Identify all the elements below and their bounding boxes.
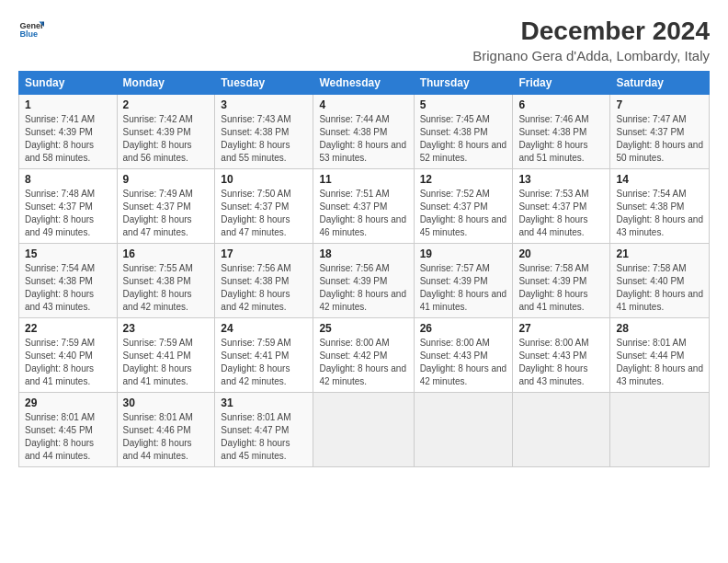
day-info: Sunrise: 7:58 AM Sunset: 4:40 PM Dayligh… — [616, 262, 703, 314]
calendar-cell: 25Sunrise: 8:00 AM Sunset: 4:42 PM Dayli… — [313, 318, 414, 393]
day-info: Sunrise: 7:57 AM Sunset: 4:39 PM Dayligh… — [420, 262, 507, 314]
calendar-table: Sunday Monday Tuesday Wednesday Thursday… — [18, 71, 710, 467]
calendar-cell — [313, 393, 414, 467]
page: General Blue December 2024 Brignano Gera… — [0, 0, 728, 563]
calendar-cell: 15Sunrise: 7:54 AM Sunset: 4:38 PM Dayli… — [19, 244, 118, 318]
day-info: Sunrise: 7:59 AM Sunset: 4:41 PM Dayligh… — [123, 337, 210, 388]
day-info: Sunrise: 8:00 AM Sunset: 4:42 PM Dayligh… — [319, 337, 407, 388]
calendar-cell — [513, 393, 610, 467]
day-number: 14 — [616, 173, 703, 186]
day-number: 6 — [518, 98, 604, 111]
calendar-cell: 24Sunrise: 7:59 AM Sunset: 4:41 PM Dayli… — [215, 318, 313, 393]
calendar-cell: 19Sunrise: 7:57 AM Sunset: 4:39 PM Dayli… — [414, 244, 513, 318]
calendar-cell: 3Sunrise: 7:43 AM Sunset: 4:38 PM Daylig… — [215, 95, 313, 169]
calendar-cell: 31Sunrise: 8:01 AM Sunset: 4:47 PM Dayli… — [215, 393, 313, 467]
logo-icon: General Blue — [18, 17, 44, 42]
day-info: Sunrise: 8:01 AM Sunset: 4:46 PM Dayligh… — [123, 411, 210, 463]
day-number: 29 — [25, 396, 111, 409]
calendar-cell: 27Sunrise: 8:00 AM Sunset: 4:43 PM Dayli… — [513, 318, 610, 393]
day-info: Sunrise: 7:42 AM Sunset: 4:39 PM Dayligh… — [123, 113, 210, 165]
day-info: Sunrise: 8:01 AM Sunset: 4:45 PM Dayligh… — [25, 411, 111, 463]
day-number: 20 — [518, 247, 604, 260]
calendar-cell: 22Sunrise: 7:59 AM Sunset: 4:40 PM Dayli… — [19, 318, 118, 393]
day-number: 18 — [319, 247, 407, 260]
col-sunday: Sunday — [19, 72, 118, 95]
calendar-cell: 17Sunrise: 7:56 AM Sunset: 4:38 PM Dayli… — [215, 244, 313, 318]
calendar-cell: 11Sunrise: 7:51 AM Sunset: 4:37 PM Dayli… — [313, 169, 414, 244]
calendar-cell: 18Sunrise: 7:56 AM Sunset: 4:39 PM Dayli… — [313, 244, 414, 318]
calendar-cell: 8Sunrise: 7:48 AM Sunset: 4:37 PM Daylig… — [19, 169, 118, 244]
day-number: 24 — [221, 322, 307, 335]
calendar-cell: 13Sunrise: 7:53 AM Sunset: 4:37 PM Dayli… — [513, 169, 610, 244]
day-number: 11 — [319, 173, 407, 186]
calendar-cell: 6Sunrise: 7:46 AM Sunset: 4:38 PM Daylig… — [513, 95, 610, 169]
day-info: Sunrise: 7:54 AM Sunset: 4:38 PM Dayligh… — [25, 262, 111, 314]
calendar-cell: 12Sunrise: 7:52 AM Sunset: 4:37 PM Dayli… — [414, 169, 513, 244]
day-info: Sunrise: 8:00 AM Sunset: 4:43 PM Dayligh… — [420, 337, 507, 388]
subtitle: Brignano Gera d'Adda, Lombardy, Italy — [472, 48, 710, 63]
day-number: 31 — [221, 396, 307, 409]
day-info: Sunrise: 7:59 AM Sunset: 4:41 PM Dayligh… — [221, 337, 307, 388]
calendar-cell: 10Sunrise: 7:50 AM Sunset: 4:37 PM Dayli… — [215, 169, 313, 244]
day-info: Sunrise: 8:01 AM Sunset: 4:44 PM Dayligh… — [616, 337, 703, 388]
day-number: 15 — [25, 247, 111, 260]
day-info: Sunrise: 7:56 AM Sunset: 4:38 PM Dayligh… — [221, 262, 307, 314]
svg-text:Blue: Blue — [19, 29, 38, 39]
day-info: Sunrise: 7:54 AM Sunset: 4:38 PM Dayligh… — [616, 188, 703, 239]
week-row-5: 29Sunrise: 8:01 AM Sunset: 4:45 PM Dayli… — [19, 393, 710, 467]
day-number: 28 — [616, 322, 703, 335]
day-info: Sunrise: 7:50 AM Sunset: 4:37 PM Dayligh… — [221, 188, 307, 239]
week-row-4: 22Sunrise: 7:59 AM Sunset: 4:40 PM Dayli… — [19, 318, 710, 393]
day-number: 9 — [123, 173, 210, 186]
calendar-cell: 14Sunrise: 7:54 AM Sunset: 4:38 PM Dayli… — [610, 169, 710, 244]
calendar-cell: 21Sunrise: 7:58 AM Sunset: 4:40 PM Dayli… — [610, 244, 710, 318]
day-info: Sunrise: 7:46 AM Sunset: 4:38 PM Dayligh… — [518, 113, 604, 165]
calendar-body: 1Sunrise: 7:41 AM Sunset: 4:39 PM Daylig… — [19, 95, 710, 467]
day-number: 2 — [123, 98, 210, 111]
day-number: 22 — [25, 322, 111, 335]
day-number: 7 — [616, 98, 703, 111]
col-wednesday: Wednesday — [313, 72, 414, 95]
header-row: Sunday Monday Tuesday Wednesday Thursday… — [19, 72, 710, 95]
day-number: 1 — [25, 98, 111, 111]
day-info: Sunrise: 7:44 AM Sunset: 4:38 PM Dayligh… — [319, 113, 407, 165]
calendar-cell: 4Sunrise: 7:44 AM Sunset: 4:38 PM Daylig… — [313, 95, 414, 169]
day-info: Sunrise: 8:01 AM Sunset: 4:47 PM Dayligh… — [221, 411, 307, 463]
header: General Blue December 2024 Brignano Gera… — [18, 17, 710, 63]
day-info: Sunrise: 7:48 AM Sunset: 4:37 PM Dayligh… — [25, 188, 111, 239]
main-title: December 2024 — [472, 17, 710, 46]
day-number: 19 — [420, 247, 507, 260]
day-number: 30 — [123, 396, 210, 409]
day-info: Sunrise: 7:59 AM Sunset: 4:40 PM Dayligh… — [25, 337, 111, 388]
col-monday: Monday — [117, 72, 215, 95]
calendar-cell: 1Sunrise: 7:41 AM Sunset: 4:39 PM Daylig… — [19, 95, 118, 169]
col-tuesday: Tuesday — [215, 72, 313, 95]
day-number: 4 — [319, 98, 407, 111]
day-number: 10 — [221, 173, 307, 186]
logo: General Blue — [18, 17, 44, 42]
calendar-cell — [610, 393, 710, 467]
day-number: 21 — [616, 247, 703, 260]
day-info: Sunrise: 7:49 AM Sunset: 4:37 PM Dayligh… — [123, 188, 210, 239]
col-friday: Friday — [513, 72, 610, 95]
day-info: Sunrise: 7:56 AM Sunset: 4:39 PM Dayligh… — [319, 262, 407, 314]
day-info: Sunrise: 7:58 AM Sunset: 4:39 PM Dayligh… — [518, 262, 604, 314]
calendar-cell: 9Sunrise: 7:49 AM Sunset: 4:37 PM Daylig… — [117, 169, 215, 244]
day-number: 16 — [123, 247, 210, 260]
col-thursday: Thursday — [414, 72, 513, 95]
day-number: 26 — [420, 322, 507, 335]
calendar-cell: 2Sunrise: 7:42 AM Sunset: 4:39 PM Daylig… — [117, 95, 215, 169]
day-number: 3 — [221, 98, 307, 111]
day-number: 8 — [25, 173, 111, 186]
day-info: Sunrise: 7:52 AM Sunset: 4:37 PM Dayligh… — [420, 188, 507, 239]
col-saturday: Saturday — [610, 72, 710, 95]
day-info: Sunrise: 7:47 AM Sunset: 4:37 PM Dayligh… — [616, 113, 703, 165]
day-info: Sunrise: 7:55 AM Sunset: 4:38 PM Dayligh… — [123, 262, 210, 314]
calendar-cell: 23Sunrise: 7:59 AM Sunset: 4:41 PM Dayli… — [117, 318, 215, 393]
day-info: Sunrise: 7:41 AM Sunset: 4:39 PM Dayligh… — [25, 113, 111, 165]
day-info: Sunrise: 8:00 AM Sunset: 4:43 PM Dayligh… — [518, 337, 604, 388]
calendar-cell: 26Sunrise: 8:00 AM Sunset: 4:43 PM Dayli… — [414, 318, 513, 393]
day-info: Sunrise: 7:51 AM Sunset: 4:37 PM Dayligh… — [319, 188, 407, 239]
day-number: 27 — [518, 322, 604, 335]
day-info: Sunrise: 7:43 AM Sunset: 4:38 PM Dayligh… — [221, 113, 307, 165]
